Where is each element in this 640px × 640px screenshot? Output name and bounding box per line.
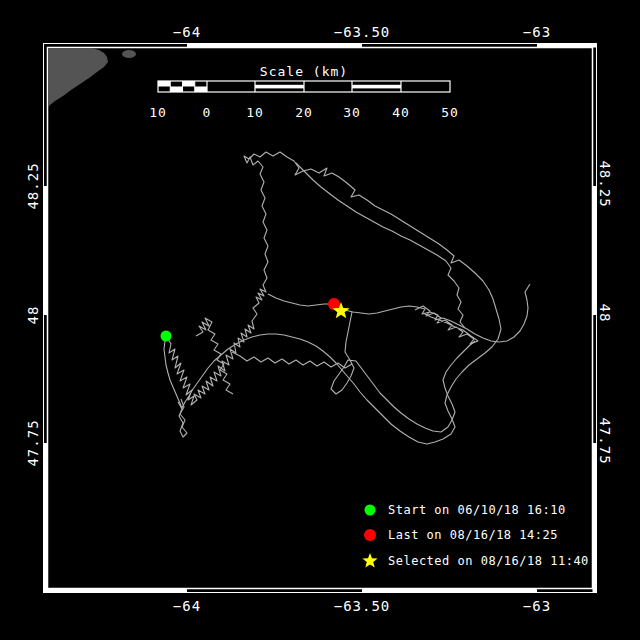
scalebar-label-2: 10 bbox=[246, 105, 264, 120]
axis-label-right-lat-48: 48 bbox=[597, 304, 613, 323]
axis-label-right-lat-4775: 47.75 bbox=[597, 417, 613, 464]
axis-label-bottom-lon-64: −64 bbox=[173, 598, 201, 614]
start-marker[interactable] bbox=[161, 331, 172, 342]
selected-star-icon bbox=[360, 551, 380, 571]
scalebar-label-3: 20 bbox=[295, 105, 313, 120]
last-circle-icon bbox=[360, 525, 380, 545]
axis-label-right-lat-4825: 48.25 bbox=[597, 160, 613, 207]
axis-label-bottom-lon-6350: −63.50 bbox=[334, 598, 391, 614]
axis-label-top-lon-64: −64 bbox=[173, 24, 201, 40]
axis-label-bottom-lon-63: −63 bbox=[523, 598, 551, 614]
legend-item-last: Last on 08/16/18 14:25 bbox=[360, 525, 558, 545]
start-circle-icon bbox=[360, 500, 380, 520]
legend-label-start: Start on 06/10/18 16:10 bbox=[388, 503, 566, 517]
islet bbox=[122, 50, 136, 58]
track-line-2 bbox=[296, 163, 465, 328]
axis-label-top-lon-63: −63 bbox=[523, 24, 551, 40]
land-polygon bbox=[48, 48, 108, 107]
scalebar-label-0: 10 bbox=[149, 105, 167, 120]
scalebar-label-1: 0 bbox=[203, 105, 212, 120]
scalebar-title: Scale (km) bbox=[260, 64, 348, 79]
scalebar bbox=[158, 81, 450, 92]
track-line-6 bbox=[232, 352, 352, 368]
track-line-3 bbox=[415, 306, 478, 344]
axis-label-left-lat-4825: 48.25 bbox=[25, 162, 41, 209]
drifter-track-map-window: { "colors": { "background": "#000000", "… bbox=[0, 0, 640, 640]
scalebar-label-5: 40 bbox=[392, 105, 410, 120]
track-line-4 bbox=[331, 312, 475, 432]
axis-label-left-lat-48: 48 bbox=[25, 306, 41, 325]
scalebar-label-4: 30 bbox=[343, 105, 361, 120]
track-line-5 bbox=[178, 399, 187, 437]
legend-item-selected: Selected on 08/16/18 11:40 bbox=[360, 551, 589, 571]
legend-label-last: Last on 08/16/18 14:25 bbox=[388, 528, 558, 542]
axis-label-top-lon-6350: −63.50 bbox=[334, 24, 391, 40]
scalebar-label-6: 50 bbox=[441, 105, 459, 120]
legend-label-selected: Selected on 08/16/18 11:40 bbox=[388, 554, 589, 568]
axis-label-left-lat-4775: 47.75 bbox=[25, 419, 41, 466]
legend-item-start: Start on 06/10/18 16:10 bbox=[360, 500, 566, 520]
